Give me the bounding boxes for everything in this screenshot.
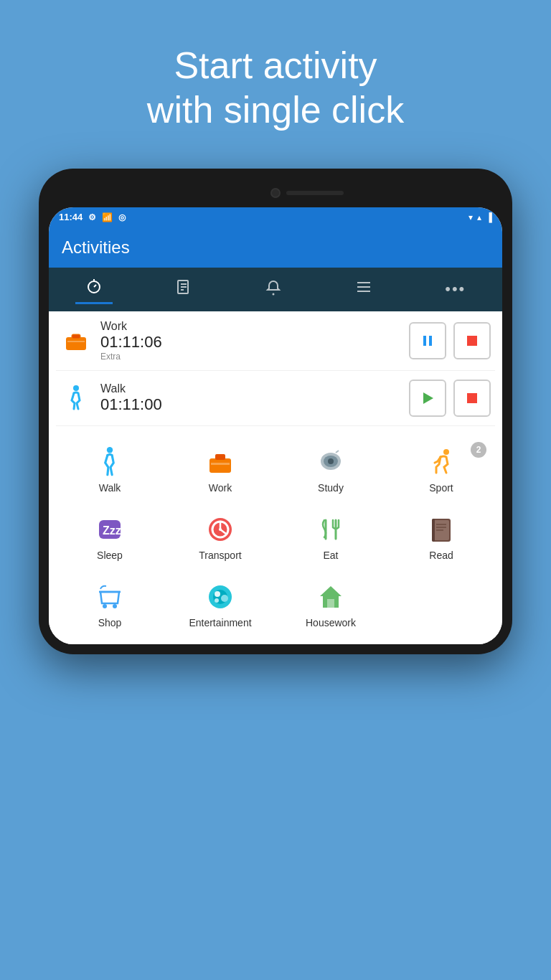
status-bar: 11:44 ⚙ 📶 ◎ ▾ ▴ ▐: [49, 207, 502, 227]
sleep-icon: Zzz: [95, 514, 125, 545]
shortcut-label-walk: Walk: [99, 482, 121, 494]
eat-icon: [316, 514, 346, 545]
shortcut-work[interactable]: Work: [166, 438, 274, 502]
shortcut-label-entertainment: Entertainment: [189, 617, 251, 628]
phone-camera: [270, 188, 281, 198]
shortcut-study[interactable]: Study: [277, 438, 385, 502]
activity-info-work: Work 01:11:06 Extra: [100, 320, 400, 362]
svg-point-35: [219, 528, 222, 531]
shortcut-entertainment[interactable]: Entertainment: [166, 573, 274, 637]
study-icon: [316, 446, 346, 478]
play-walk-button[interactable]: [409, 380, 446, 417]
entertainment-icon: [205, 581, 235, 613]
housework-icon: [316, 581, 346, 613]
activity-row-work: Work 01:11:06 Extra: [56, 311, 495, 371]
shortcut-label-transport: Transport: [199, 550, 241, 561]
activity-row-walk: Walk 01:11:00: [56, 371, 495, 426]
walk-icon: [95, 446, 124, 478]
svg-rect-43: [432, 519, 435, 542]
svg-line-27: [336, 451, 339, 453]
svg-point-48: [215, 591, 220, 597]
hero-line1: Start activity: [174, 44, 377, 86]
shortcut-housework[interactable]: Housework: [277, 573, 385, 637]
shortcuts-grid: Walk Work: [56, 438, 495, 637]
sport-icon: [426, 446, 456, 478]
tab-bar: •••: [49, 268, 502, 311]
app-title: Activities: [62, 237, 489, 258]
tab-log[interactable]: [165, 275, 202, 303]
settings-icon: ⚙: [88, 212, 96, 222]
svg-rect-23: [211, 463, 230, 465]
svg-rect-11: [66, 337, 86, 350]
data-icon: ◎: [118, 212, 126, 222]
shortcut-label-eat: Eat: [323, 550, 338, 561]
phone-device: 11:44 ⚙ 📶 ◎ ▾ ▴ ▐ Activities: [39, 169, 512, 654]
activity-info-walk: Walk 01:11:00: [100, 382, 400, 414]
svg-point-49: [221, 595, 228, 602]
shortcuts-section: Walk Work: [49, 426, 502, 644]
shortcut-shop[interactable]: Shop: [56, 573, 164, 637]
shortcut-sport[interactable]: 2 Sport: [387, 438, 495, 502]
read-icon: [426, 514, 456, 545]
shortcut-label-sleep: Sleep: [97, 550, 123, 561]
svg-point-50: [215, 598, 219, 603]
stop-walk-button[interactable]: [453, 380, 491, 417]
svg-line-2: [94, 285, 96, 287]
shortcut-eat[interactable]: Eat: [277, 505, 385, 570]
shop-icon: [95, 581, 125, 613]
sport-badge: 2: [471, 442, 486, 458]
sim-icon: 📶: [102, 212, 113, 222]
tab-timer[interactable]: [75, 275, 113, 304]
svg-text:Zzz: Zzz: [103, 524, 121, 537]
phone-screen: 11:44 ⚙ 📶 ◎ ▾ ▴ ▐ Activities: [49, 207, 502, 644]
pause-work-button[interactable]: [409, 322, 446, 359]
signal-icon: ▴: [477, 212, 481, 222]
shortcut-label-read: Read: [429, 550, 453, 561]
svg-rect-19: [467, 393, 477, 403]
svg-rect-13: [67, 341, 85, 342]
svg-rect-52: [327, 599, 334, 608]
app-header: Activities: [49, 227, 502, 268]
activity-name-work: Work: [100, 320, 400, 333]
status-bar-right: ▾ ▴ ▐: [468, 212, 492, 222]
activity-icon-work: [60, 325, 92, 357]
status-time: 11:44: [59, 212, 83, 222]
hero-line2: with single click: [147, 89, 404, 131]
phone-speaker: [286, 191, 344, 195]
shortcut-transport[interactable]: Transport: [166, 505, 274, 570]
svg-rect-21: [209, 458, 231, 473]
svg-marker-18: [423, 392, 433, 404]
activity-sub-work: Extra: [100, 352, 400, 362]
svg-point-20: [107, 447, 113, 453]
activity-name-walk: Walk: [100, 382, 400, 395]
shortcut-label-study: Study: [318, 482, 344, 494]
wifi-icon: ▾: [468, 212, 473, 222]
svg-point-28: [443, 449, 449, 455]
activity-time-work: 01:11:06: [100, 333, 400, 352]
phone-notch: [49, 179, 502, 207]
status-bar-left: 11:44 ⚙ 📶 ◎: [59, 212, 126, 222]
transport-icon: [205, 514, 235, 545]
svg-rect-22: [215, 454, 225, 460]
shortcut-label-housework: Housework: [306, 617, 356, 628]
shortcut-read[interactable]: Read: [387, 505, 495, 570]
svg-point-26: [328, 458, 334, 464]
activity-list: Work 01:11:06 Extra: [49, 311, 502, 426]
svg-point-45: [113, 604, 117, 608]
stop-work-button[interactable]: [453, 322, 491, 359]
svg-rect-14: [423, 336, 426, 346]
activity-time-walk: 01:11:00: [100, 395, 400, 414]
svg-rect-12: [72, 334, 80, 339]
shortcut-sleep[interactable]: Zzz Sleep: [56, 505, 164, 570]
hero-text: Start activity with single click: [104, 0, 447, 169]
work-icon: [205, 446, 235, 478]
activity-controls-walk: [409, 380, 491, 417]
tab-list[interactable]: [345, 275, 382, 303]
svg-rect-15: [429, 336, 432, 346]
tab-notifications[interactable]: [255, 275, 292, 303]
battery-icon: ▐: [486, 212, 492, 222]
shortcut-label-sport: Sport: [429, 482, 453, 494]
activity-icon-walk: [60, 382, 92, 414]
shortcut-walk[interactable]: Walk: [56, 438, 164, 502]
tab-more[interactable]: •••: [435, 277, 476, 301]
